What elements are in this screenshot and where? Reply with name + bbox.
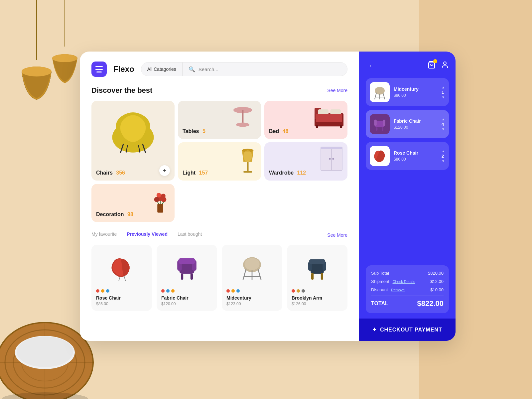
checkout-plus-icon: +	[372, 326, 377, 333]
svg-rect-21	[242, 110, 244, 125]
decoration-count: 98	[127, 211, 133, 217]
category-chairs[interactable]: Chairs 356 +	[91, 101, 175, 181]
discover-rest: the best	[122, 86, 152, 94]
cart-item-name-midcentury: Midcentury	[394, 86, 438, 92]
product-card-fabric-chair[interactable]: Fabric Chair $120.00	[157, 245, 217, 311]
tables-count: 5	[202, 128, 205, 134]
discount-label: Discount Remove	[371, 287, 405, 292]
search-bar: All Catagories 🔍	[141, 62, 347, 76]
search-input[interactable]	[199, 66, 341, 72]
svg-point-2	[22, 66, 52, 76]
qty-down-midcentury[interactable]: ▼	[442, 95, 445, 99]
svg-rect-28	[316, 125, 318, 128]
tab-previously-viewed[interactable]: Previously Viewed	[127, 231, 168, 239]
qty-up-midcentury[interactable]: ▲	[442, 85, 445, 89]
summary-divider	[371, 296, 444, 296]
cart-back-arrow[interactable]: →	[366, 62, 372, 69]
tabs-section: My favourite Previously Viewed Last boug…	[91, 231, 347, 239]
dot-2[interactable]	[297, 289, 300, 293]
fabric-chair-dots	[161, 289, 212, 293]
shipment-row: Shipment Check Details $12.00	[371, 279, 444, 284]
dot-3[interactable]	[106, 289, 109, 293]
product-card-midcentury[interactable]: Midcentury $123.00	[222, 245, 282, 311]
chairs-add-btn[interactable]: +	[159, 165, 170, 176]
qty-down-rose[interactable]: ▼	[442, 159, 445, 163]
decoration-label: Decoration 98	[96, 211, 133, 217]
rose-chair-dots	[96, 289, 147, 293]
midcentury-dots	[226, 289, 278, 293]
category-wardrobe[interactable]: Wardrobe 112	[264, 142, 347, 181]
category-bed[interactable]: Bed 48	[264, 101, 347, 139]
qty-value-fabric: 4	[442, 122, 445, 127]
svg-rect-65	[321, 273, 323, 280]
svg-rect-29	[340, 125, 342, 128]
shop-header: Flexo All Catagories 🔍	[91, 62, 347, 77]
cart-item-qty-midcentury: ▲ 1 ▼	[442, 85, 445, 99]
checkout-button[interactable]: + CHECKOUT PAYMENT	[359, 319, 456, 341]
qty-up-fabric[interactable]: ▲	[442, 117, 445, 121]
category-decoration[interactable]: Decoration 98	[91, 184, 175, 222]
svg-line-50	[124, 276, 126, 281]
category-tables[interactable]: Tables 5	[178, 101, 261, 139]
product-card-brooklyn[interactable]: Brooklyn Arm $126.00	[287, 245, 347, 311]
subtotal-value: $820.00	[428, 271, 444, 276]
discover-see-more[interactable]: See More	[327, 88, 347, 93]
tables-label: Tables 5	[183, 128, 205, 134]
cart-item-qty-fabric-chair: ▲ 4 ▼	[442, 117, 445, 131]
check-details-link[interactable]: Check Details	[393, 280, 415, 284]
brooklyn-price: $126.00	[292, 302, 343, 306]
dot-1[interactable]	[96, 289, 99, 293]
dot-3[interactable]	[171, 289, 175, 293]
decoration-image	[149, 185, 172, 214]
dot-1[interactable]	[161, 289, 165, 293]
cart-bag-button[interactable]	[428, 61, 436, 70]
logo-text: Flexo	[113, 65, 134, 74]
rose-chair-price: $86.00	[96, 302, 147, 306]
category-dropdown[interactable]: All Catagories	[141, 63, 183, 76]
qty-up-rose[interactable]: ▲	[442, 149, 445, 153]
bed-label: Bed 48	[269, 128, 288, 134]
logo-icon[interactable]	[91, 62, 107, 77]
svg-rect-64	[311, 273, 314, 280]
dot-2[interactable]	[231, 289, 235, 293]
tab-last-bought[interactable]: Last bought	[178, 231, 202, 239]
tab-my-favourite[interactable]: My favourite	[91, 231, 117, 239]
svg-point-67	[444, 62, 446, 65]
qty-arrows-fabric-chair: ▲ 4 ▼	[442, 117, 445, 131]
total-row: TOTAL $822.00	[371, 299, 444, 308]
cart-summary: Sub Total $820.00 Shipment Check Details…	[366, 265, 449, 313]
logo-line-1	[95, 66, 103, 67]
tabs-see-more[interactable]: See More	[327, 232, 347, 238]
product-card-rose-chair[interactable]: Rose Chair $86.00	[91, 245, 152, 311]
cart-user-button[interactable]	[441, 61, 449, 70]
dot-2[interactable]	[166, 289, 170, 293]
qty-down-fabric[interactable]: ▼	[442, 127, 445, 131]
cart-icons-right	[428, 61, 449, 70]
svg-rect-60	[311, 263, 324, 274]
dot-3[interactable]	[302, 289, 305, 293]
discount-row: Discount Remove $10.00	[371, 287, 444, 292]
qty-value-midcentury: 1	[442, 90, 445, 95]
svg-rect-54	[179, 258, 195, 264]
light-count: 157	[199, 170, 208, 176]
cart-item-price-rose-chair: $86.00	[394, 157, 438, 162]
dot-1[interactable]	[226, 289, 230, 293]
dot-3[interactable]	[236, 289, 240, 293]
discount-value: $10.00	[430, 287, 444, 292]
svg-rect-71	[374, 120, 377, 126]
chairs-image	[103, 104, 163, 154]
qty-arrows-midcentury: ▲ 1 ▼	[442, 85, 445, 99]
subtotal-label: Sub Total	[371, 271, 389, 276]
cart-item-img-midcentury	[370, 82, 390, 102]
remove-discount-link[interactable]: Remove	[391, 288, 405, 292]
dot-2[interactable]	[101, 289, 104, 293]
svg-point-5	[52, 54, 77, 62]
tables-image	[229, 103, 256, 130]
svg-rect-74	[382, 127, 383, 131]
dot-1[interactable]	[292, 289, 295, 293]
cart-item-fabric-chair: Fabric Chair $120.00 ▲ 4 ▼	[366, 110, 449, 138]
svg-rect-27	[316, 114, 342, 122]
category-light[interactable]: Light 157	[178, 142, 261, 181]
total-value: $822.00	[417, 299, 444, 308]
cart-item-img-rose-chair	[370, 146, 390, 166]
